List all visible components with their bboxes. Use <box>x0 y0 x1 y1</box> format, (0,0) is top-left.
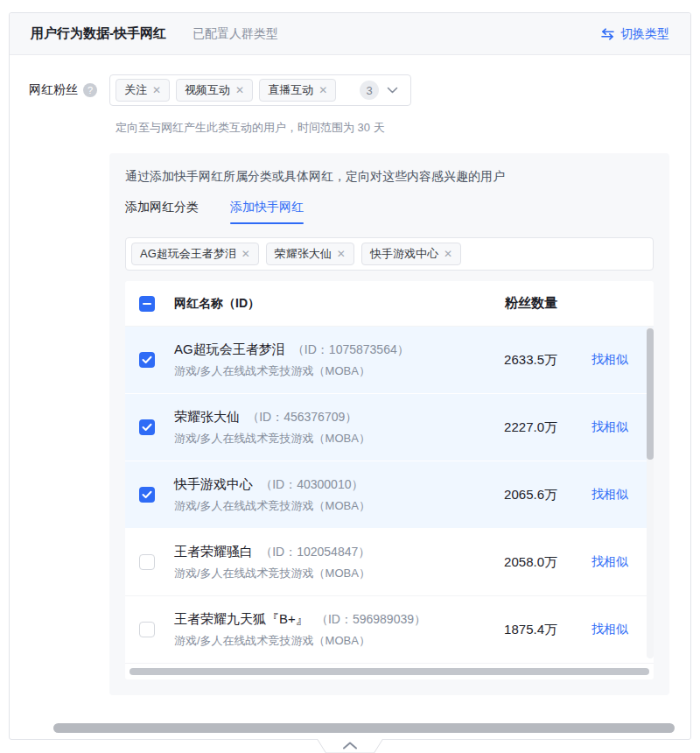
selected-influencer-tag[interactable]: 快手游戏中心 ✕ <box>361 243 461 265</box>
row-check-cell <box>125 622 174 637</box>
find-similar-link[interactable]: 找相似 <box>566 622 654 637</box>
fan-section-label: 网红粉丝 <box>29 82 78 98</box>
behavior-data-card: 用户行为数据-快手网红 已配置人群类型 切换类型 网红粉丝 ? 关注 <box>9 12 691 740</box>
remove-tag-icon[interactable]: ✕ <box>242 248 250 260</box>
swap-arrows-icon <box>600 28 615 40</box>
fans-count: 2227.0万 <box>461 419 566 436</box>
influencer-id: （ID：102054847） <box>260 545 370 559</box>
chevron-down-icon[interactable] <box>387 87 398 94</box>
selected-influencer-tag[interactable]: AG超玩会王者梦泪 ✕ <box>131 243 259 265</box>
tab-add-category[interactable]: 添加网红分类 <box>125 200 199 224</box>
selected-count-badge: 3 <box>360 81 379 100</box>
influencer-category: 游戏/多人在线战术竞技游戏（MOBA） <box>174 498 461 514</box>
interaction-tag[interactable]: 视频互动 ✕ <box>176 79 253 102</box>
row-checkbox[interactable] <box>139 554 155 570</box>
table-row[interactable]: AG超玩会王者梦泪 （ID：1075873564） 游戏/多人在线战术竞技游戏（… <box>125 327 654 394</box>
find-similar-link[interactable]: 找相似 <box>566 419 654 435</box>
interaction-tag[interactable]: 关注 ✕ <box>116 79 170 102</box>
row-checkbox[interactable] <box>139 352 155 368</box>
card-header: 用户行为数据-快手网红 已配置人群类型 切换类型 <box>10 13 690 55</box>
fan-interaction-row: 网红粉丝 ? 关注 ✕ 视频互动 ✕ 直播互动 <box>29 74 669 106</box>
header-check-cell <box>125 296 174 312</box>
table-row[interactable]: 荣耀张大仙 （ID：456376709） 游戏/多人在线战术竞技游戏（MOBA）… <box>125 394 654 461</box>
influencer-name: 荣耀张大仙 <box>174 409 240 424</box>
table-horizontal-scrollbar <box>125 664 654 679</box>
page-horizontal-scrollbar-thumb[interactable] <box>53 723 675 733</box>
row-checkbox[interactable] <box>139 419 155 435</box>
influencer-name: 王者荣耀九天狐『B+』 <box>174 611 309 626</box>
row-name-cell: 王者荣耀九天狐『B+』 （ID：596989039） 游戏/多人在线战术竞技游戏… <box>174 611 461 649</box>
table-header-row: 网红名称（ID） 粉丝数量 <box>125 281 654 327</box>
selected-influencer-label: AG超玩会王者梦泪 <box>140 246 236 262</box>
row-name-cell: 荣耀张大仙 （ID：456376709） 游戏/多人在线战术竞技游戏（MOBA） <box>174 409 461 447</box>
influencer-category: 游戏/多人在线战术竞技游戏（MOBA） <box>174 633 461 649</box>
interaction-tag[interactable]: 直播互动 ✕ <box>259 79 336 102</box>
influencer-name: 快手游戏中心 <box>174 476 253 491</box>
selected-influencer-label: 快手游戏中心 <box>370 246 438 262</box>
table-horizontal-scrollbar-thumb[interactable] <box>130 668 649 675</box>
remove-tag-icon[interactable]: ✕ <box>444 248 452 260</box>
fan-section-label-wrap: 网红粉丝 ? <box>29 74 109 98</box>
fans-count: 2058.0万 <box>461 554 566 571</box>
interaction-type-select[interactable]: 关注 ✕ 视频互动 ✕ 直播互动 ✕ 3 <box>109 74 411 106</box>
tabs: 添加网红分类 添加快手网红 <box>125 200 654 224</box>
table-row[interactable]: 快手游戏中心 （ID：40300010） 游戏/多人在线战术竞技游戏（MOBA）… <box>125 461 654 529</box>
influencer-name: AG超玩会王者梦泪 <box>174 341 285 356</box>
influencer-id: （ID：456376709） <box>247 410 357 424</box>
row-name-cell: AG超玩会王者梦泪 （ID：1075873564） 游戏/多人在线战术竞技游戏（… <box>174 341 461 379</box>
selected-influencer-label: 荣耀张大仙 <box>275 246 332 262</box>
status-text: 已配置人群类型 <box>192 26 278 42</box>
row-checkbox[interactable] <box>139 622 155 637</box>
panel-description: 通过添加快手网红所属分类或具体网红，定向对这些内容感兴趣的用户 <box>125 169 654 185</box>
influencer-panel: 通过添加快手网红所属分类或具体网红，定向对这些内容感兴趣的用户 添加网红分类 添… <box>109 153 669 695</box>
selected-influencers-input[interactable]: AG超玩会王者梦泪 ✕ 荣耀张大仙 ✕ 快手游戏中心 ✕ <box>125 237 654 271</box>
row-check-cell <box>125 487 174 503</box>
find-similar-link[interactable]: 找相似 <box>566 487 654 503</box>
table-vertical-scrollbar-thumb[interactable] <box>647 328 654 460</box>
page-title: 用户行为数据-快手网红 <box>31 25 166 42</box>
targeting-hint-text: 定向至与网红产生此类互动的用户，时间范围为 30 天 <box>116 120 669 136</box>
table-row[interactable]: 王者荣耀骚白 （ID：102054847） 游戏/多人在线战术竞技游戏（MOBA… <box>125 529 654 596</box>
fans-count: 1875.4万 <box>461 622 566 638</box>
influencer-id: （ID：596989039） <box>316 612 426 626</box>
influencer-category: 游戏/多人在线战术竞技游戏（MOBA） <box>174 431 461 447</box>
switch-type-label: 切换类型 <box>620 26 669 42</box>
interaction-tag-label: 关注 <box>124 82 147 98</box>
influencer-category: 游戏/多人在线战术竞技游戏（MOBA） <box>174 566 461 581</box>
find-similar-link[interactable]: 找相似 <box>566 554 654 570</box>
remove-tag-icon[interactable]: ✕ <box>235 84 244 96</box>
switch-type-button[interactable]: 切换类型 <box>600 26 669 42</box>
column-header-fans: 粉丝数量 <box>461 295 566 312</box>
remove-tag-icon[interactable]: ✕ <box>337 248 346 260</box>
select-right-group: 3 <box>360 81 398 100</box>
column-header-name: 网红名称（ID） <box>174 296 461 312</box>
fans-count: 2633.5万 <box>461 352 566 369</box>
select-all-checkbox[interactable] <box>139 296 155 312</box>
fans-count: 2065.6万 <box>461 487 566 503</box>
table-row[interactable]: 王者荣耀九天狐『B+』 （ID：596989039） 游戏/多人在线战术竞技游戏… <box>125 596 654 664</box>
tab-add-influencer[interactable]: 添加快手网红 <box>230 200 304 224</box>
collapse-panel-button[interactable] <box>317 739 383 753</box>
influencer-id: （ID：40300010） <box>260 477 363 491</box>
row-checkbox[interactable] <box>139 487 155 503</box>
interaction-tag-label: 视频互动 <box>185 82 230 98</box>
remove-tag-icon[interactable]: ✕ <box>152 84 161 96</box>
row-check-cell <box>125 554 174 570</box>
card-body: 网红粉丝 ? 关注 ✕ 视频互动 ✕ 直播互动 <box>10 55 690 695</box>
influencer-category: 游戏/多人在线战术竞技游戏（MOBA） <box>174 363 461 379</box>
selected-influencer-tag[interactable]: 荣耀张大仙 ✕ <box>266 243 354 265</box>
remove-tag-icon[interactable]: ✕ <box>318 84 327 96</box>
find-similar-link[interactable]: 找相似 <box>566 352 654 368</box>
help-question-icon[interactable]: ? <box>83 83 97 97</box>
influencer-name: 王者荣耀骚白 <box>174 544 253 559</box>
interaction-tag-label: 直播互动 <box>268 82 313 98</box>
row-check-cell <box>125 419 174 435</box>
row-check-cell <box>125 352 174 368</box>
influencer-table: 网红名称（ID） 粉丝数量 <box>125 281 654 679</box>
row-name-cell: 快手游戏中心 （ID：40300010） 游戏/多人在线战术竞技游戏（MOBA） <box>174 476 461 514</box>
influencer-id: （ID：1075873564） <box>292 342 410 356</box>
row-name-cell: 王者荣耀骚白 （ID：102054847） 游戏/多人在线战术竞技游戏（MOBA… <box>174 544 461 581</box>
table-body: AG超玩会王者梦泪 （ID：1075873564） 游戏/多人在线战术竞技游戏（… <box>125 327 654 664</box>
table-vertical-scrollbar <box>647 327 654 658</box>
